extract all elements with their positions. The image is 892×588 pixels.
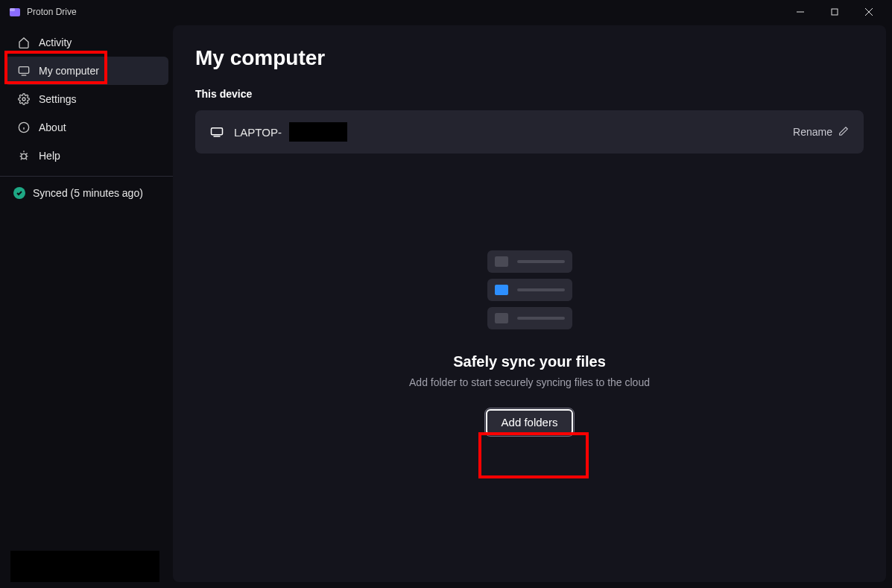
sidebar-divider [0, 176, 173, 177]
device-row: LAPTOP- Rename [195, 110, 864, 154]
page-title: My computer [195, 46, 864, 70]
section-label: This device [195, 88, 864, 100]
info-icon [18, 121, 30, 133]
sidebar-item-about[interactable]: About [4, 113, 168, 142]
svg-rect-20 [212, 128, 223, 135]
window-close-button[interactable] [852, 0, 886, 24]
sidebar: Activity My computer Settings About Help [0, 24, 173, 588]
monitor-icon [210, 127, 224, 137]
svg-point-8 [22, 98, 25, 101]
device-name-redacted [289, 122, 347, 142]
folder-illustration [487, 250, 572, 329]
svg-rect-6 [19, 67, 28, 74]
app-title: Proton Drive [27, 7, 77, 17]
app-logo-icon [9, 6, 21, 18]
sync-status-text: Synced (5 minutes ago) [33, 187, 143, 199]
pencil-icon [838, 126, 849, 139]
main-panel: My computer This device LAPTOP- Rename [173, 25, 886, 582]
sidebar-item-settings[interactable]: Settings [4, 85, 168, 113]
svg-rect-3 [832, 9, 838, 15]
sidebar-item-help[interactable]: Help [4, 142, 168, 170]
svg-rect-1 [10, 8, 15, 11]
window-maximize-button[interactable] [817, 0, 852, 24]
titlebar: Proton Drive [0, 0, 892, 24]
svg-line-14 [20, 154, 22, 154]
svg-point-12 [22, 154, 27, 159]
empty-state: Safely sync your files Add folder to sta… [195, 250, 864, 437]
sync-status-row[interactable]: Synced (5 minutes ago) [0, 181, 173, 205]
sidebar-item-label: About [39, 121, 66, 133]
svg-line-15 [26, 154, 28, 154]
gear-icon [18, 93, 30, 105]
window-minimize-button[interactable] [783, 0, 817, 24]
monitor-icon [18, 65, 30, 77]
sidebar-account-block[interactable] [10, 551, 159, 582]
svg-line-19 [26, 158, 27, 159]
sidebar-item-label: Settings [39, 93, 77, 105]
sidebar-item-my-computer[interactable]: My computer [4, 57, 168, 85]
rename-button[interactable]: Rename [793, 126, 849, 139]
sidebar-item-label: My computer [39, 65, 99, 77]
sidebar-item-label: Help [39, 150, 60, 162]
bug-icon [18, 150, 30, 162]
check-circle-icon [13, 187, 25, 199]
rename-label: Rename [793, 126, 832, 138]
sidebar-item-activity[interactable]: Activity [4, 28, 168, 57]
empty-state-subtitle: Add folder to start securely syncing fil… [409, 376, 650, 388]
device-name-prefix: LAPTOP- [234, 126, 282, 139]
svg-line-18 [21, 158, 22, 159]
add-folders-button[interactable]: Add folders [484, 408, 575, 437]
sidebar-item-label: Activity [39, 37, 72, 48]
home-icon [18, 37, 30, 48]
empty-state-title: Safely sync your files [453, 353, 606, 370]
